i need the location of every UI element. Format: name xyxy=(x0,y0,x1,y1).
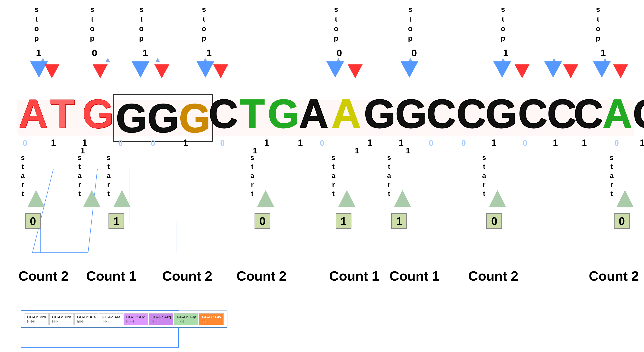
count-label-8: Count 2 xyxy=(589,268,639,284)
legend-item-6: CG-G* Arg Hh-h xyxy=(149,313,174,325)
svg-marker-7 xyxy=(106,58,110,62)
seq-bit-b10: 1 xyxy=(582,138,587,148)
seq-bit-b5: 1 xyxy=(298,138,303,148)
seq-bit-b9: 1 xyxy=(553,138,558,148)
seq-bit-b11: 1 xyxy=(640,138,644,148)
stop-bit-5: 0 xyxy=(336,47,342,59)
stop-label-6: stop xyxy=(408,5,413,43)
value-box-7: 0 xyxy=(486,213,502,229)
stop-arrow-red-1 xyxy=(44,64,59,78)
start-arrow-1 xyxy=(27,190,45,207)
value-box-1: 0 xyxy=(25,213,41,229)
dna-letter-C4: C xyxy=(518,90,547,137)
count-label-6: Count 1 xyxy=(390,268,440,284)
stop-bit-4: 1 xyxy=(206,47,212,59)
dna-letter-A2: A xyxy=(299,90,328,137)
start-label-2: start xyxy=(78,153,82,198)
stop-label-5: stop xyxy=(334,5,338,43)
legend-item-1: CC-C* Pro HH-H xyxy=(24,313,49,325)
stop-bit-3: 1 xyxy=(142,47,148,59)
dna-letter-G5: G xyxy=(268,90,299,137)
start-label-5: start xyxy=(332,153,336,198)
value-box-8: 0 xyxy=(614,213,630,229)
stop-arrow-red-6 xyxy=(515,64,530,78)
dna-letter-A4-green: A xyxy=(603,90,632,137)
stop-arrow-blue-8 xyxy=(593,61,610,78)
stop-arrow-blue-7 xyxy=(544,61,562,78)
seq-bit-b1: 1 xyxy=(51,138,56,148)
value-box-6: 1 xyxy=(336,213,352,229)
legend-container: CC-C* Pro HH-H CC-G* Pro HH-h GC-C* Ala … xyxy=(21,311,228,328)
stop-arrow-blue-4 xyxy=(326,61,344,78)
stop-bit-1: 1 xyxy=(36,47,41,59)
stop-label-2: stop xyxy=(90,5,94,43)
dna-letter-G4-orange: G xyxy=(179,95,210,141)
seq-bit-blue-6: 0 xyxy=(429,138,433,148)
seq-bit-b7: 1 xyxy=(399,138,404,148)
start-arrow-8 xyxy=(616,190,634,207)
seq-bit-blue-4: 0 xyxy=(220,138,225,148)
stop-arrow-red-5 xyxy=(348,64,362,78)
stop-bit-8: 1 xyxy=(600,47,606,59)
start-arrow-3 xyxy=(113,190,131,207)
stop-arrow-red-7 xyxy=(563,64,578,78)
stop-label-4: stop xyxy=(202,5,206,43)
seq-bit-blue-7: 0 xyxy=(461,138,466,148)
dna-letter-T: T xyxy=(50,90,75,137)
stop-label-7: stop xyxy=(501,5,505,43)
seq-bit-blue-8: 0 xyxy=(523,138,527,148)
start-arrow-6 xyxy=(394,190,411,207)
count-label-5: Count 1 xyxy=(329,268,379,284)
stop-arrow-blue-6 xyxy=(493,61,511,78)
seq-bit-blue-9: 0 xyxy=(614,138,619,148)
seq-bit-b4: 1 xyxy=(264,138,269,148)
count-label-3: Count 2 xyxy=(162,268,212,284)
seq-bit-blue-5: 0 xyxy=(320,138,324,148)
stop-arrow-blue-3 xyxy=(196,61,214,78)
start-arrow-2 xyxy=(83,190,100,207)
start-label-3: start xyxy=(107,153,110,198)
seq-bit-blue-1: 0 xyxy=(23,138,27,148)
count-label-7: Count 2 xyxy=(468,268,518,284)
legend-item-3: GC-C* Ala hH-H xyxy=(74,313,98,325)
seq-bit-blue-3: 0 xyxy=(151,138,155,148)
legend-item-4: GC-G* Ala hH-h xyxy=(99,313,123,325)
stop-arrow-blue-2 xyxy=(132,61,149,78)
dna-letter-C5: C xyxy=(547,90,576,137)
start-arrow-4 xyxy=(257,190,274,207)
start-bit-4: 1 xyxy=(406,146,410,155)
start-label-6: start xyxy=(387,153,391,198)
dna-letter-G8: G xyxy=(486,90,517,137)
stop-label-3: stop xyxy=(139,5,144,43)
seq-bit-b8: 1 xyxy=(492,138,496,148)
dna-letter-C1: C xyxy=(209,90,238,137)
stop-bit-2: 0 xyxy=(92,47,97,59)
start-label-8: start xyxy=(610,153,614,198)
seq-bit-b3: 1 xyxy=(183,138,188,148)
legend-item-2: CC-G* Pro HH-h xyxy=(50,313,74,325)
dna-letter-G2: G xyxy=(116,95,148,141)
dna-letter-G6: G xyxy=(364,90,396,137)
stop-bit-6: 0 xyxy=(412,47,417,59)
legend-item-7: GG-C* Gly hh-H xyxy=(174,313,198,325)
start-label-7: start xyxy=(482,153,486,198)
dna-letter-C6: C xyxy=(574,90,603,137)
value-box-5: 1 xyxy=(391,213,407,229)
stop-arrow-blue-5 xyxy=(400,61,418,78)
dna-letter-C2: C xyxy=(426,90,456,137)
count-label-4: Count 2 xyxy=(236,268,286,284)
seq-bit-b6: 1 xyxy=(368,138,372,148)
start-arrow-5 xyxy=(338,190,356,207)
stop-arrow-red-3 xyxy=(154,64,169,78)
dna-letter-C3: C xyxy=(457,90,486,137)
dna-letter-G9: G xyxy=(633,90,644,137)
value-box-3: 0 xyxy=(254,213,270,229)
dna-letter-A: A xyxy=(18,90,48,137)
legend-item-8: GG-G* Gly hh-h xyxy=(199,313,224,325)
dna-letter-G3: G xyxy=(148,95,179,141)
stop-arrow-red-4 xyxy=(213,64,228,78)
stop-arrow-red-8 xyxy=(613,64,628,78)
count-label-2: Count 1 xyxy=(86,268,136,284)
start-arrow-7 xyxy=(489,190,506,207)
svg-marker-8 xyxy=(155,58,160,62)
